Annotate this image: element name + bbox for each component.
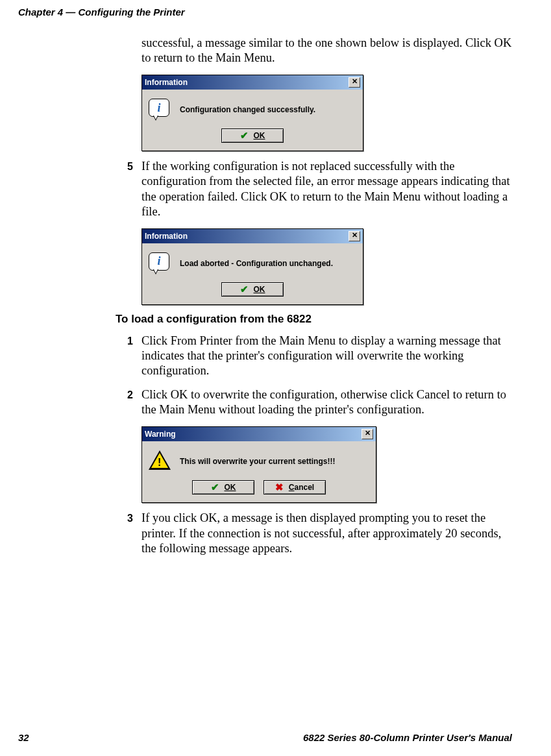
- dialog-message: Load aborted - Configuration unchanged.: [180, 259, 333, 268]
- step-5: 5 If the working configuration is not re…: [127, 159, 512, 219]
- intro-paragraph: successful, a message similar to the one…: [141, 36, 512, 66]
- dialog-message: This will overwrite your current setting…: [180, 457, 335, 466]
- dialog-title: Information: [145, 232, 188, 241]
- step-number: 5: [127, 159, 141, 219]
- dialog-message: Configuration changed successfully.: [180, 105, 315, 114]
- info-icon: i: [149, 99, 171, 121]
- close-icon[interactable]: ✕: [349, 231, 360, 241]
- step-1: 1 Click From Printer from the Main Menu …: [127, 334, 512, 378]
- ok-button[interactable]: ✔ OK: [192, 480, 254, 494]
- step-number: 2: [127, 387, 141, 417]
- dialog-load-aborted: Information ✕ i Load aborted - Configura…: [141, 228, 363, 305]
- cancel-button[interactable]: ✖ Cancel: [263, 480, 326, 494]
- ok-button[interactable]: ✔ OK: [221, 282, 284, 297]
- step-text: Click From Printer from the Main Menu to…: [141, 334, 512, 378]
- warning-icon: !: [149, 450, 171, 472]
- ok-button-label: OK: [254, 285, 265, 294]
- dialog-title: Warning: [145, 430, 176, 439]
- close-icon[interactable]: ✕: [349, 77, 360, 88]
- ok-button-label: OK: [225, 483, 236, 492]
- cross-icon: ✖: [275, 483, 284, 491]
- step-text: If the working configuration is not repl…: [141, 159, 512, 219]
- dialog-titlebar: Information ✕: [142, 229, 363, 243]
- check-icon: ✔: [240, 286, 249, 293]
- dialog-title: Information: [145, 78, 188, 87]
- check-icon: ✔: [240, 132, 249, 140]
- ok-button-label: OK: [254, 131, 265, 140]
- cancel-button-label: Cancel: [289, 483, 314, 492]
- page-footer: 32 6822 Series 80-Column Printer User's …: [18, 732, 512, 743]
- step-3: 3 If you click OK, a message is then dis…: [127, 511, 512, 555]
- ok-button[interactable]: ✔ OK: [221, 128, 284, 143]
- chapter-header: Chapter 4 — Configuring the Printer: [18, 6, 512, 18]
- dialog-titlebar: Information ✕: [142, 75, 363, 90]
- step-text: If you click OK, a message is then displ…: [141, 511, 512, 555]
- step-number: 3: [127, 511, 141, 555]
- dialog-config-success: Information ✕ i Configuration changed su…: [141, 75, 363, 151]
- close-icon[interactable]: ✕: [361, 429, 373, 439]
- dialog-titlebar: Warning ✕: [142, 427, 376, 441]
- page-number: 32: [18, 732, 29, 743]
- step-number: 1: [127, 334, 141, 378]
- info-icon: i: [149, 252, 171, 274]
- step-text: Click OK to overwrite the configuration,…: [141, 387, 512, 417]
- check-icon: ✔: [211, 483, 219, 491]
- section-heading: To load a configuration from the 6822: [116, 313, 512, 326]
- step-2: 2 Click OK to overwrite the configuratio…: [127, 387, 512, 417]
- manual-title: 6822 Series 80-Column Printer User's Man…: [303, 732, 512, 743]
- dialog-warning-overwrite: Warning ✕ ! This will overwrite your cur…: [141, 426, 376, 503]
